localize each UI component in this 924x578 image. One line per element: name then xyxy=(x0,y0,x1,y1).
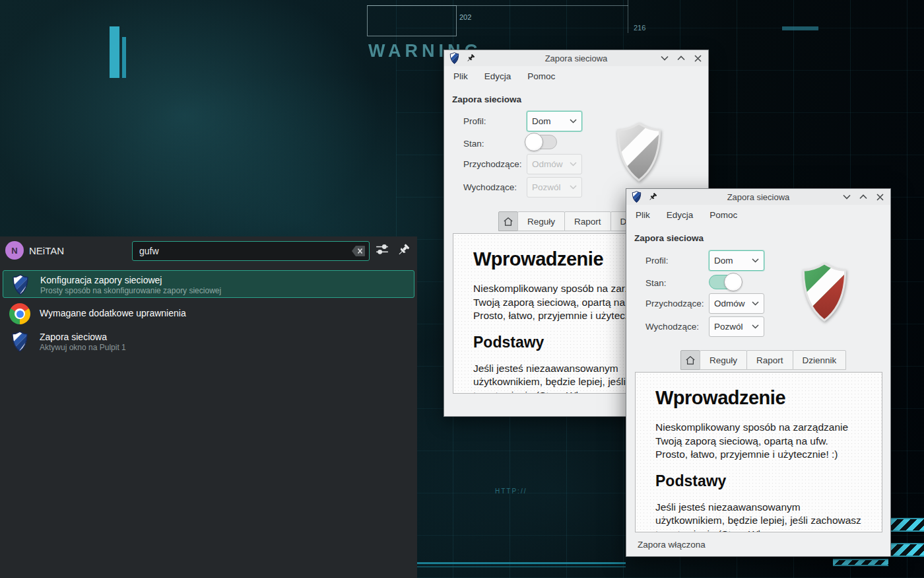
tab-log[interactable]: Dziennik xyxy=(793,350,847,370)
tab-report[interactable]: Raport xyxy=(564,211,611,231)
tab-home[interactable] xyxy=(680,350,700,370)
wallpaper-line xyxy=(628,0,628,33)
wallpaper-hazard-stripes xyxy=(891,518,924,532)
launcher-topbar: N NEiTAN xyxy=(0,236,417,266)
filter-options-icon[interactable] xyxy=(376,243,390,259)
menu-help[interactable]: Pomoc xyxy=(527,71,555,81)
wallpaper-code-202: 202 xyxy=(459,13,471,21)
statusbar: Zapora włączona xyxy=(626,532,890,556)
toggle-knob xyxy=(525,133,543,151)
result-subtitle: Prosty sposób na skonfigurowanie zapory … xyxy=(40,286,221,295)
tab-rules[interactable]: Reguły xyxy=(700,350,747,370)
doc-paragraph: Jeśli jesteś niezaawansowanym użytkownik… xyxy=(655,501,862,532)
outgoing-label: Wychodzące: xyxy=(645,322,699,332)
wallpaper-cyan-bar xyxy=(110,26,119,78)
maximize-button[interactable] xyxy=(858,192,869,202)
profile-select[interactable]: Dom xyxy=(527,111,582,131)
wallpaper-hazard-stripes xyxy=(833,559,888,566)
wallpaper-teal-line xyxy=(417,566,626,567)
tab-home[interactable] xyxy=(498,211,518,231)
menubar: Plik Edycja Pomoc xyxy=(444,66,708,86)
maximize-button[interactable] xyxy=(676,53,686,63)
result-title: Wymagane dodatkowe uprawnienia xyxy=(40,308,186,318)
menu-file[interactable]: Plik xyxy=(453,71,468,81)
incoming-value: Odmów xyxy=(532,159,563,169)
firewall-state-toggle[interactable] xyxy=(527,135,557,149)
result-title: Zapora sieciowa xyxy=(40,332,107,342)
gufw-shield-icon xyxy=(10,274,31,295)
chrome-icon xyxy=(9,303,30,324)
firewall-shield-disabled xyxy=(614,122,663,182)
wallpaper-cyan-dash xyxy=(782,26,818,30)
profile-label: Profil: xyxy=(645,256,669,266)
section-heading: Zapora sieciowa xyxy=(634,233,704,243)
outgoing-value: Pozwól xyxy=(714,322,743,332)
outgoing-select[interactable]: Pozwól xyxy=(709,316,764,337)
close-button[interactable] xyxy=(874,192,885,202)
gufw-window-front: Zapora sieciowa Plik Edycja Pomoc Zapora… xyxy=(626,188,891,557)
krunner-panel: N NEiTAN Konfiguracja zapory sieciowej P… xyxy=(0,236,417,578)
wallpaper-teal-line xyxy=(417,562,626,564)
wallpaper-hazard-stripes xyxy=(891,543,924,557)
result-gufw-window[interactable]: Zapora sieciowa Aktywuj okno na Pulpit 1 xyxy=(3,327,414,355)
menu-file[interactable]: Plik xyxy=(636,210,650,220)
profile-label: Profil: xyxy=(463,116,486,126)
clear-search-icon[interactable] xyxy=(351,244,366,258)
menu-edit[interactable]: Edycja xyxy=(667,210,694,220)
titlebar[interactable]: Zapora sieciowa xyxy=(626,189,890,205)
search-input[interactable] xyxy=(132,241,370,261)
pin-icon[interactable] xyxy=(397,243,412,259)
help-document: Wprowadzenie Nieskomplikowany sposób na … xyxy=(635,372,882,532)
section-heading: Zapora sieciowa xyxy=(452,94,521,104)
result-chrome-permissions[interactable]: Wymagane dodatkowe uprawnienia xyxy=(3,301,414,327)
doc-paragraph: Nieskomplikowany sposób na zarządzanie T… xyxy=(655,421,862,462)
minimize-button[interactable] xyxy=(842,192,852,202)
tab-report[interactable]: Raport xyxy=(746,350,793,370)
menu-edit[interactable]: Edycja xyxy=(484,71,512,81)
incoming-select: Odmów xyxy=(527,154,582,174)
tab-bar: Reguły Raport Dziennik xyxy=(680,350,846,370)
menu-help[interactable]: Pomoc xyxy=(710,210,737,220)
state-label: Stan: xyxy=(645,278,667,288)
wallpaper-cyan-bar xyxy=(122,37,126,78)
incoming-value: Odmów xyxy=(714,299,745,308)
wallpaper-rect-outline xyxy=(367,5,457,36)
outgoing-select: Pozwól xyxy=(527,177,582,198)
firewall-shield-enabled xyxy=(800,262,849,322)
wallpaper-http-text: HTTP:// xyxy=(495,488,527,495)
avatar[interactable]: N xyxy=(5,241,24,260)
profile-select[interactable]: Dom xyxy=(709,250,764,271)
toggle-knob xyxy=(724,273,742,291)
home-icon xyxy=(685,355,696,365)
doc-heading-basics: Podstawy xyxy=(655,472,862,490)
outgoing-label: Wychodzące: xyxy=(463,182,517,192)
home-icon xyxy=(503,217,513,227)
profile-value: Dom xyxy=(714,256,733,266)
close-button[interactable] xyxy=(692,53,703,63)
incoming-label: Przychodzące: xyxy=(463,159,522,169)
titlebar[interactable]: Zapora sieciowa xyxy=(444,50,708,66)
result-gufw-config[interactable]: Konfiguracja zapory sieciowej Prosty spo… xyxy=(3,270,414,298)
profile-value: Dom xyxy=(532,116,551,126)
incoming-select[interactable]: Odmów xyxy=(709,293,764,314)
minimize-button[interactable] xyxy=(659,53,670,63)
outgoing-value: Pozwól xyxy=(532,182,561,192)
doc-heading-intro: Wprowadzenie xyxy=(655,387,862,409)
menubar: Plik Edycja Pomoc xyxy=(626,205,890,225)
result-subtitle: Aktywuj okno na Pulpit 1 xyxy=(40,343,126,352)
tab-rules[interactable]: Reguły xyxy=(517,211,565,231)
result-title: Konfiguracja zapory sieciowej xyxy=(40,275,162,285)
firewall-state-toggle[interactable] xyxy=(709,275,739,289)
user-name-label: NEiTAN xyxy=(29,245,64,256)
state-label: Stan: xyxy=(463,139,484,149)
incoming-label: Przychodzące: xyxy=(645,299,704,308)
wallpaper-line xyxy=(367,5,628,6)
gufw-shield-icon xyxy=(9,331,30,352)
wallpaper-code-216: 216 xyxy=(634,24,645,32)
